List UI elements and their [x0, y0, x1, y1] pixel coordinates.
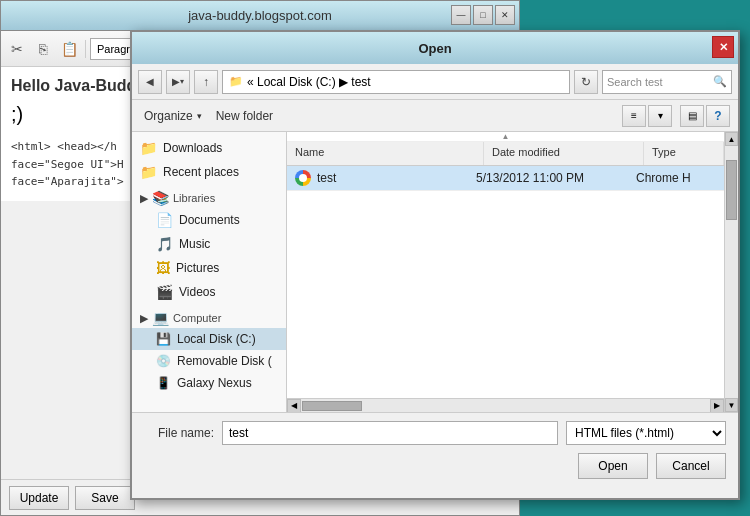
sidebar-label-pictures: Pictures — [176, 261, 219, 275]
open-button[interactable]: Open — [578, 453, 648, 479]
hscroll-right-arrow[interactable]: ▶ — [710, 399, 724, 413]
sidebar-label-removable: Removable Disk ( — [177, 354, 272, 368]
sidebar-label-music: Music — [179, 237, 210, 251]
address-path: « Local Disk (C:) ▶ test — [247, 75, 371, 89]
new-folder-button[interactable]: New folder — [212, 107, 277, 125]
view-dropdown-btn[interactable]: ▾ — [648, 105, 672, 127]
bg-maximize-btn[interactable]: □ — [473, 5, 493, 25]
folder-videos-icon: 🎬 — [156, 284, 173, 300]
cut-icon[interactable]: ✂ — [5, 37, 29, 61]
bg-titlebar: java-buddy.blogspot.com — □ ✕ — [1, 1, 519, 31]
update-button[interactable]: Update — [9, 486, 69, 510]
view-list-btn[interactable]: ≡ — [622, 105, 646, 127]
col-header-type[interactable]: Type — [644, 142, 724, 165]
copy-icon[interactable]: ⎘ — [31, 37, 55, 61]
view-controls: ≡ ▾ ▤ ? — [622, 105, 730, 127]
col-header-date[interactable]: Date modified — [484, 142, 644, 165]
organize-chevron-icon: ▾ — [197, 111, 202, 121]
libraries-icon: 📚 — [152, 190, 169, 206]
phone-icon: 📱 — [156, 376, 171, 390]
sidebar-label-localdisk: Local Disk (C:) — [177, 332, 256, 346]
file-row-test[interactable]: test 5/13/2012 11:00 PM Chrome H — [287, 166, 724, 191]
computer-icon: 💻 — [152, 310, 169, 326]
chrome-icon — [295, 170, 311, 186]
sort-indicator-area: ▲ — [287, 132, 724, 142]
sidebar-item-videos[interactable]: 🎬 Videos — [132, 280, 286, 304]
file-cell-type-test: Chrome H — [636, 171, 716, 185]
computer-label: Computer — [173, 312, 221, 324]
libraries-label: Libraries — [173, 192, 215, 204]
preview-pane-btn[interactable]: ▤ — [680, 105, 704, 127]
paste-icon[interactable]: 📋 — [57, 37, 81, 61]
drive-c-icon: 💾 — [156, 332, 171, 346]
refresh-button[interactable]: ↻ — [574, 70, 598, 94]
sidebar-computer-section: ▶ 💻 Computer — [132, 304, 286, 328]
hscroll-left-arrow[interactable]: ◀ — [287, 399, 301, 413]
bg-minimize-btn[interactable]: — — [451, 5, 471, 25]
sidebar-item-galaxy[interactable]: 📱 Galaxy Nexus — [132, 372, 286, 394]
refresh-icon: ↻ — [581, 75, 591, 89]
sidebar-item-documents[interactable]: 📄 Documents — [132, 208, 286, 232]
up-button[interactable]: ↑ — [194, 70, 218, 94]
sidebar: 📁 Downloads 📁 Recent places ▶ 📚 Librarie… — [132, 132, 287, 412]
sidebar-item-pictures[interactable]: 🖼 Pictures — [132, 256, 286, 280]
folder-docs-icon: 📄 — [156, 212, 173, 228]
hscroll-thumb[interactable] — [302, 401, 362, 411]
vscrollbar[interactable]: ▲ ▼ — [724, 132, 738, 412]
sidebar-label-galaxy: Galaxy Nexus — [177, 376, 252, 390]
help-btn[interactable]: ? — [706, 105, 730, 127]
action-row: Open Cancel — [144, 453, 726, 479]
save-button[interactable]: Save — [75, 486, 135, 510]
organize-label: Organize — [144, 109, 193, 123]
vscroll-thumb[interactable] — [726, 160, 737, 220]
filename-input[interactable] — [222, 421, 558, 445]
search-box[interactable]: Search test 🔍 — [602, 70, 732, 94]
sidebar-item-music[interactable]: 🎵 Music — [132, 232, 286, 256]
vscroll-track — [725, 220, 738, 398]
cancel-button[interactable]: Cancel — [656, 453, 726, 479]
folder-downloads-icon: 📁 — [140, 140, 157, 156]
search-placeholder: Search test — [607, 76, 663, 88]
file-cell-name-test: test — [295, 170, 476, 186]
folder-address-icon: 📁 — [229, 75, 243, 88]
drive-removable-icon: 💿 — [156, 354, 171, 368]
forward-dropdown-icon: ▾ — [180, 77, 184, 86]
bg-close-btn[interactable]: ✕ — [495, 5, 515, 25]
sidebar-libraries-section: ▶ 📚 Libraries — [132, 184, 286, 208]
file-name-test: test — [317, 171, 336, 185]
folder-pictures-icon: 🖼 — [156, 260, 170, 276]
dialog-bottom: File name: HTML files (*.html) Open Canc… — [132, 412, 738, 487]
dialog-titlebar: Open ✕ — [132, 32, 738, 64]
sidebar-item-recent[interactable]: 📁 Recent places — [132, 160, 286, 184]
filetype-select[interactable]: HTML files (*.html) — [566, 421, 726, 445]
folder-music-icon: 🎵 — [156, 236, 173, 252]
hscrollbar[interactable]: ◀ ▶ — [287, 398, 724, 412]
forward-button[interactable]: ▶ ▾ — [166, 70, 190, 94]
vscroll-up-arrow[interactable]: ▲ — [725, 132, 738, 146]
file-list-header: Name Date modified Type — [287, 142, 724, 166]
sidebar-item-removable[interactable]: 💿 Removable Disk ( — [132, 350, 286, 372]
sidebar-label-recent: Recent places — [163, 165, 239, 179]
toolbar-sep — [85, 40, 86, 58]
back-button[interactable]: ◀ — [138, 70, 162, 94]
dialog-close-button[interactable]: ✕ — [712, 36, 734, 58]
sidebar-item-downloads[interactable]: 📁 Downloads — [132, 136, 286, 160]
sidebar-label-documents: Documents — [179, 213, 240, 227]
col-header-name[interactable]: Name — [287, 142, 484, 165]
bg-window-controls[interactable]: — □ ✕ — [451, 5, 515, 25]
address-bar[interactable]: 📁 « Local Disk (C:) ▶ test — [222, 70, 570, 94]
libraries-expand-icon: ▶ — [140, 192, 148, 205]
dialog-title: Open — [418, 41, 451, 56]
vscroll-down-arrow[interactable]: ▼ — [725, 398, 738, 412]
organize-button[interactable]: Organize ▾ — [140, 107, 206, 125]
folder-recent-icon: 📁 — [140, 164, 157, 180]
search-icon: 🔍 — [713, 75, 727, 88]
hscroll-track — [301, 400, 710, 412]
filename-row: File name: HTML files (*.html) — [144, 421, 726, 445]
bg-window-title: java-buddy.blogspot.com — [1, 8, 519, 23]
forward-icon: ▶ — [172, 76, 180, 87]
new-folder-label: New folder — [216, 109, 273, 123]
sidebar-item-localdisk[interactable]: 💾 Local Disk (C:) — [132, 328, 286, 350]
file-cell-date-test: 5/13/2012 11:00 PM — [476, 171, 636, 185]
dialog-main: 📁 Downloads 📁 Recent places ▶ 📚 Librarie… — [132, 132, 738, 412]
